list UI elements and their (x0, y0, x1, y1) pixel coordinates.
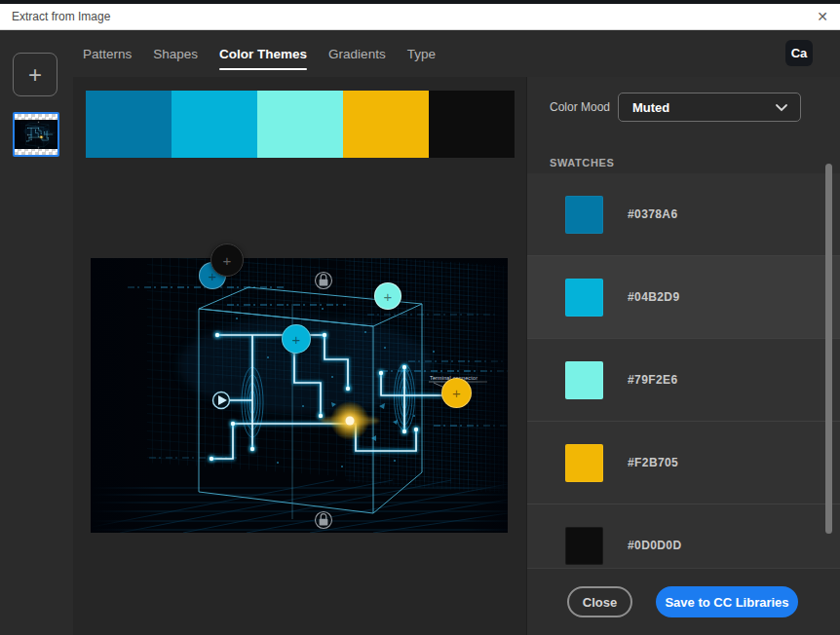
add-image-button[interactable]: + (13, 53, 57, 96)
tab-color-themes[interactable]: Color Themes (219, 30, 307, 77)
swatch-hex-label: #0378A6 (628, 207, 678, 221)
source-sidebar: + (0, 30, 73, 635)
tab-bar: Patterns Shapes Color Themes Gradients T… (73, 30, 840, 77)
lock-icon-bottom (316, 512, 332, 529)
swatch-scrollbar[interactable] (825, 164, 832, 534)
chevron-down-icon (775, 103, 788, 112)
tab-shapes[interactable]: Shapes (153, 30, 198, 77)
color-mood-label: Color Mood (550, 100, 610, 114)
swatch-row-3[interactable]: #79F2E6 (527, 339, 840, 422)
plus-icon: + (384, 289, 393, 304)
tab-type[interactable]: Type (407, 30, 436, 77)
swatch-hex-label: #0D0D0D (628, 539, 682, 552)
swatch-hex-label: #F2B705 (628, 456, 678, 469)
theme-color-1 (86, 91, 172, 158)
title-bar: Extract from Image ✕ (0, 4, 840, 30)
theme-options-panel: Color Mood Muted SWATCHES #0378A6 #04B2D… (526, 77, 840, 635)
color-mood-row: Color Mood Muted (527, 93, 840, 122)
plus-icon: + (452, 386, 461, 400)
swatch-color-square (565, 444, 603, 482)
theme-color-3 (257, 91, 343, 158)
save-to-cc-libraries-button[interactable]: Save to CC Libraries (656, 586, 798, 617)
extracted-theme-strip (86, 91, 515, 158)
theme-color-2 (172, 91, 257, 158)
swatch-color-square (565, 527, 603, 565)
swatches-header: SWATCHES (550, 157, 614, 168)
tab-gradients[interactable]: Gradients (328, 30, 386, 77)
color-mood-value: Muted (632, 100, 669, 115)
swatch-hex-label: #04B2D9 (628, 290, 680, 304)
swatch-color-square (565, 196, 603, 234)
swatch-row-4[interactable]: #F2B705 (527, 422, 840, 504)
swatch-row-5[interactable]: #0D0D0D (527, 504, 840, 568)
source-image-thumbnail[interactable] (13, 112, 59, 157)
extract-from-image-dialog: Extract from Image ✕ + Patterns Shapes C… (0, 0, 840, 635)
dialog-title: Extract from Image (12, 10, 110, 23)
capture-app-badge: Ca (785, 40, 813, 66)
close-button[interactable]: Close (567, 586, 632, 617)
plus-icon: + (223, 253, 232, 268)
lock-icon-top (316, 273, 332, 289)
swatch-list: #0378A6 #04B2D9 #79F2E6 #F2B705 #0D0D0D (527, 173, 840, 568)
tab-patterns[interactable]: Patterns (83, 30, 132, 77)
swatch-row-2[interactable]: #04B2D9 (527, 256, 840, 339)
close-icon[interactable]: ✕ (817, 10, 828, 23)
plus-icon: + (28, 63, 42, 87)
swatch-color-square (565, 279, 603, 317)
swatch-hex-label: #79F2E6 (628, 373, 678, 387)
color-picker-black[interactable]: + (210, 243, 244, 277)
plus-icon: + (292, 332, 301, 347)
left-vignette (91, 258, 159, 533)
play-icon (213, 392, 230, 409)
extraction-canvas: Terminal connector + + + + + (73, 77, 526, 635)
theme-color-4 (343, 91, 429, 158)
color-picker-teal[interactable]: + (374, 282, 401, 310)
dialog-footer: Close Save to CC Libraries (527, 568, 840, 635)
color-picker-yellow[interactable]: + (441, 378, 472, 408)
theme-color-5 (429, 91, 515, 158)
swatch-row-1[interactable]: #0378A6 (527, 173, 840, 256)
swatch-color-square (565, 361, 603, 399)
color-mood-dropdown[interactable]: Muted (618, 93, 801, 122)
thumbnail-image (15, 120, 57, 149)
color-picker-cyan[interactable]: + (282, 324, 311, 354)
